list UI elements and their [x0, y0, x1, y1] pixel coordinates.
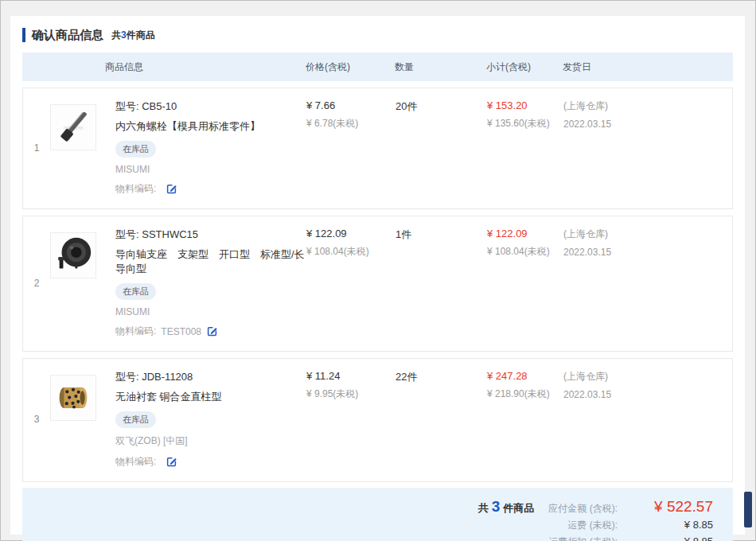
- subtotal-with-tax: ¥ 122.09: [487, 228, 563, 239]
- summary-item-count: 共3件商品: [478, 498, 535, 516]
- shipdate-cell: (上海仓库) 2022.03.15: [563, 99, 732, 196]
- page-title: 确认商品信息: [32, 28, 103, 43]
- price-cell: ¥ 122.09 ¥ 108.04(未税): [306, 228, 396, 338]
- subtotal-cell: ¥ 247.28 ¥ 218.90(未税): [487, 370, 563, 469]
- product-image: [50, 375, 96, 421]
- bronze-bushing-image: [51, 375, 95, 421]
- warehouse: (上海仓库): [563, 370, 732, 383]
- price-with-tax: ¥ 11.24: [306, 370, 396, 382]
- summary-count-number: 3: [492, 498, 501, 515]
- order-confirm-panel: 确认商品信息 共3件商品 商品信息 价格(含税) 数量 小计(含税) 发货日 1…: [10, 16, 745, 535]
- stock-badge: 在库品: [115, 283, 156, 300]
- hex-socket-bolt-image: misumi: [51, 104, 95, 150]
- qty-cell: 22件: [396, 370, 487, 469]
- qty-cell: 20件: [396, 99, 487, 196]
- item-count: 共3件商品: [111, 29, 155, 42]
- stock-badge: 在库品: [115, 411, 156, 428]
- summary-row: 运费 (未税): ¥ 8.85: [42, 519, 713, 532]
- price-without-tax: ¥ 9.95(未税): [306, 387, 396, 401]
- row-index: 2: [23, 278, 50, 289]
- edit-material-code-icon[interactable]: [206, 325, 218, 337]
- shipdate-cell: (上海仓库) 2022.03.15: [563, 370, 732, 469]
- material-code-label: 物料编码:: [115, 325, 156, 338]
- subtotal-without-tax: ¥ 218.90(未税): [487, 387, 563, 401]
- table-row: 3 型号: JDB-: [22, 358, 733, 482]
- product-model: 型号: CB5-10: [115, 99, 306, 114]
- brand-name: 双飞(ZOB) [中国]: [115, 434, 306, 448]
- price-with-tax: ¥ 7.66: [306, 99, 396, 111]
- brand-name: MISUMI: [115, 306, 306, 317]
- shipping-discount-label: 运费折扣 (未税):: [548, 535, 618, 541]
- summary-row: 运费折扣 (未税): - ¥ 8.85: [42, 535, 713, 541]
- warehouse: (上海仓库): [563, 99, 732, 113]
- material-code-value: TEST008: [161, 326, 201, 337]
- payable-value: ¥ 522.57: [618, 498, 713, 516]
- product-model: 型号: JDB-11208: [115, 370, 306, 384]
- product-image: [50, 232, 96, 278]
- subtotal-without-tax: ¥ 135.60(未税): [487, 117, 563, 130]
- price-without-tax: ¥ 108.04(未税): [306, 245, 396, 259]
- price-without-tax: ¥ 6.78(未税): [306, 117, 396, 130]
- edit-material-code-icon[interactable]: [166, 183, 177, 195]
- item-count-number: 3: [121, 29, 127, 41]
- edit-material-code-icon[interactable]: [166, 456, 177, 468]
- payable-label: 应付金额 (含税):: [548, 502, 618, 516]
- col-header-product: 商品信息: [22, 60, 306, 74]
- section-title: 确认商品信息 共3件商品: [22, 27, 733, 43]
- price-cell: ¥ 7.66 ¥ 6.78(未税): [306, 99, 396, 196]
- subtotal-without-tax: ¥ 108.04(未税): [487, 245, 563, 259]
- product-name: 导向轴支座 支架型 开口型 标准型/长导向型: [115, 247, 306, 276]
- col-header-price: 价格(含税): [306, 60, 395, 74]
- scrollbar-thumb[interactable]: [744, 492, 752, 527]
- warehouse: (上海仓库): [563, 228, 732, 241]
- row-index: 3: [23, 414, 50, 425]
- title-accent-bar: [22, 28, 25, 42]
- table-header: 商品信息 价格(含税) 数量 小计(含税) 发货日: [22, 53, 733, 81]
- subtotal-with-tax: ¥ 247.28: [487, 370, 563, 382]
- ship-date: 2022.03.15: [563, 119, 732, 130]
- table-row: 2 型号: SSTHWC15 导向轴支座 支架型 开口型 标准型/长导向型 在库…: [22, 216, 733, 352]
- ship-date: 2022.03.15: [563, 247, 732, 258]
- col-header-subtotal: 小计(含税): [486, 60, 563, 74]
- price-with-tax: ¥ 122.09: [306, 228, 396, 239]
- shipping-label: 运费 (未税):: [567, 519, 618, 532]
- product-name: 无油衬套 铜合金直柱型: [115, 390, 306, 404]
- qty-cell: 1件: [396, 228, 487, 338]
- material-code-label: 物料编码:: [115, 455, 156, 469]
- shipping-discount-value: - ¥ 8.85: [618, 535, 713, 541]
- stock-badge: 在库品: [115, 141, 156, 158]
- subtotal-with-tax: ¥ 153.20: [487, 99, 563, 111]
- shipping-value: ¥ 8.85: [618, 519, 713, 531]
- order-summary: 共3件商品 应付金额 (含税): ¥ 522.57 运费 (未税): ¥ 8.8…: [22, 488, 733, 541]
- table-row: 1 misumi 型号: CB5-10 内六角螺栓【模具用标准零件】 在库品 M…: [22, 88, 733, 209]
- row-index: 1: [23, 142, 50, 154]
- shipdate-cell: (上海仓库) 2022.03.15: [563, 228, 732, 338]
- product-model: 型号: SSTHWC15: [115, 228, 306, 242]
- summary-total-row: 共3件商品 应付金额 (含税): ¥ 522.57: [42, 498, 713, 516]
- ship-date: 2022.03.15: [563, 389, 732, 400]
- col-header-shipdate: 发货日: [563, 60, 733, 74]
- material-code-label: 物料编码:: [115, 182, 156, 196]
- subtotal-cell: ¥ 153.20 ¥ 135.60(未税): [487, 99, 563, 196]
- price-cell: ¥ 11.24 ¥ 9.95(未税): [306, 370, 396, 469]
- brand-name: MISUMI: [115, 164, 306, 175]
- col-header-qty: 数量: [395, 60, 486, 74]
- product-image: misumi: [50, 104, 96, 150]
- subtotal-cell: ¥ 122.09 ¥ 108.04(未税): [487, 228, 563, 338]
- product-name: 内六角螺栓【模具用标准零件】: [115, 119, 306, 134]
- shaft-support-image: [51, 232, 95, 278]
